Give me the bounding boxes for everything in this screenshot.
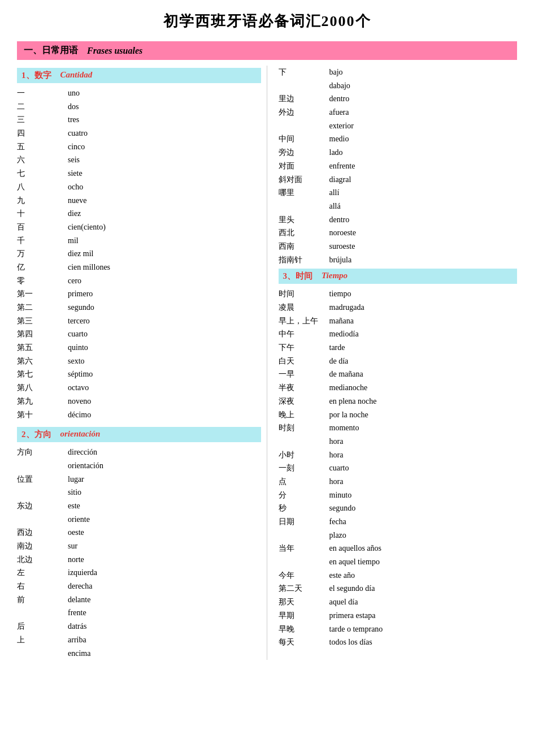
ch-word: 对面 [279, 160, 329, 172]
word-row: 时刻momento [279, 421, 518, 435]
ch-word: 当年 [279, 542, 329, 555]
sp-word: madrugada [329, 301, 518, 314]
ch-word: 第六 [17, 355, 68, 368]
ch-word: 前 [17, 594, 68, 606]
word-row: 对面enfrente [279, 159, 518, 173]
word-row: 中间medio [279, 132, 518, 146]
sp-word: el segundo día [329, 582, 518, 595]
sp-word: mil [68, 235, 261, 247]
word-row: 第五quinto [17, 341, 261, 355]
word-row: 中午mediodía [279, 327, 518, 341]
sp-word: mediodía [329, 328, 518, 340]
ch-word: 第一 [17, 288, 68, 300]
ch-word [17, 486, 68, 499]
ch-word [17, 513, 68, 526]
sp-word: noroeste [329, 227, 518, 239]
sp-word: derecha [68, 580, 261, 593]
ch-word: 凌晨 [279, 301, 329, 314]
word-row: sitio [17, 486, 261, 499]
word-row: 深夜en plena noche [279, 395, 518, 408]
sp-word: décimo [68, 409, 261, 421]
sp-word: octavo [68, 382, 261, 394]
ch-word [279, 80, 329, 92]
word-row: en aquel tiempo [279, 555, 518, 569]
ch-word: 深夜 [279, 395, 329, 408]
sp-word: mañana [329, 315, 518, 327]
content-area: 1、数字 Cantidad 一uno二dos三tres四cuatro五cinco… [17, 66, 517, 660]
word-row: 下午tarde [279, 341, 518, 355]
sp-word: de día [329, 355, 518, 368]
ch-word: 分 [279, 489, 329, 502]
word-row: 哪里allí [279, 186, 518, 200]
sp-word: diez mil [68, 248, 261, 260]
sp-word: cinco [68, 141, 261, 153]
word-row: allá [279, 200, 518, 213]
sp-word: norte [68, 554, 261, 566]
subsection-time-header: 3、时间 Tiempo [279, 269, 518, 284]
word-row: 一uno [17, 87, 261, 100]
sp-word: tiempo [329, 288, 518, 300]
right-column: 下bajodabajo里边dentro外边afueraexterior中间med… [267, 66, 518, 660]
word-row: 旁边lado [279, 146, 518, 159]
sp-word: tercero [68, 315, 261, 327]
sp-word: frente [68, 607, 261, 619]
ch-word: 指南针 [279, 254, 329, 266]
word-row: 方向dirección [17, 446, 261, 459]
sp-word: enfrente [329, 160, 518, 172]
ch-word: 里边 [279, 93, 329, 105]
word-row: 里头dentro [279, 213, 518, 227]
word-row: 左izquierda [17, 566, 261, 580]
sp-word: minuto [329, 489, 518, 502]
word-row: 西边oeste [17, 526, 261, 539]
word-row: 小时hora [279, 448, 518, 462]
direction-list: 方向direcciónorientación位置lugarsitio东边este… [17, 446, 261, 660]
sp-word: en aquel tiempo [329, 556, 518, 568]
sp-word: segundo [329, 502, 518, 515]
ch-word [279, 556, 329, 568]
sp-word: encima [68, 647, 261, 660]
sp-word: hora [329, 435, 518, 448]
sp-word: oeste [68, 526, 261, 539]
sp-word: dos [68, 101, 261, 113]
ch-word: 西北 [279, 227, 329, 239]
ch-word: 第十 [17, 409, 68, 421]
sp-word: en aquellos años [329, 542, 518, 555]
ch-word: 亿 [17, 261, 68, 274]
word-row: oriente [17, 513, 261, 526]
word-row: 第七séptimo [17, 368, 261, 381]
sp-word: noveno [68, 395, 261, 408]
sp-word: tres [68, 114, 261, 126]
ch-word: 右 [17, 580, 68, 593]
sp-word: cien(ciento) [68, 221, 261, 234]
ch-word: 万 [17, 248, 68, 260]
ch-word: 第四 [17, 328, 68, 340]
word-row: 点hora [279, 475, 518, 489]
word-row: 第四cuarto [17, 327, 261, 341]
ch-word: 第七 [17, 368, 68, 381]
sp-word: séptimo [68, 368, 261, 381]
word-row: 南边sur [17, 539, 261, 553]
sp-word: uno [68, 87, 261, 100]
word-row: 十diez [17, 207, 261, 221]
ch-word: 点 [279, 476, 329, 488]
ch-word: 四 [17, 127, 68, 140]
sp-word: oriente [68, 513, 261, 526]
word-row: 前delante [17, 593, 261, 607]
word-row: 凌晨madrugada [279, 301, 518, 314]
word-row: 今年este año [279, 569, 518, 582]
word-row: 北边norte [17, 553, 261, 567]
word-row: 第九noveno [17, 395, 261, 408]
subsection-numbers-label-ch: 1、数字 [21, 70, 51, 81]
word-row: 右derecha [17, 580, 261, 593]
sp-word: aquel día [329, 596, 518, 608]
time-list: 时间tiempo凌晨madrugada早上，上午mañana中午mediodía… [279, 287, 518, 649]
ch-word: 二 [17, 101, 68, 113]
sp-word: sur [68, 540, 261, 552]
subsection-numbers-label-sp: Cantidad [60, 70, 93, 81]
ch-word: 第九 [17, 395, 68, 408]
sp-word: diagral [329, 174, 518, 186]
ch-word: 时刻 [279, 422, 329, 434]
sp-word: tarde o temprano [329, 623, 518, 636]
word-row: 九nueve [17, 194, 261, 208]
ch-word: 西边 [17, 526, 68, 539]
